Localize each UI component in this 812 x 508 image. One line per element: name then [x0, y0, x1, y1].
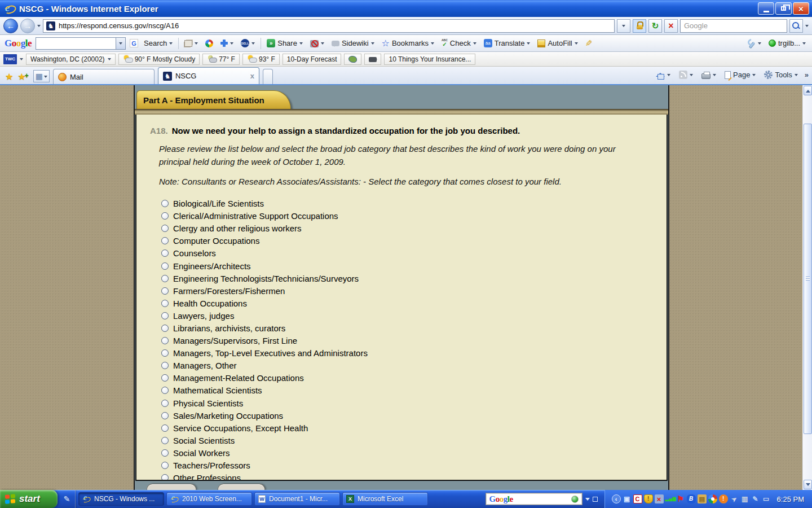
account-button[interactable]: trgilb... — [767, 38, 807, 49]
quick-tabs-button[interactable]: ▦ — [33, 70, 50, 82]
radio-option-other[interactable]: Other Professions — [161, 472, 653, 481]
radio-button[interactable] — [161, 237, 169, 244]
search-history-dropdown[interactable] — [116, 38, 125, 49]
blocked-content-button[interactable] — [308, 38, 326, 49]
radio-option-clerical[interactable]: Clerical/Administrative Support Occupati… — [161, 210, 653, 222]
toolbar-search-button[interactable]: Search — [142, 38, 174, 49]
deskbar-dropdown-icon[interactable] — [585, 498, 590, 503]
radio-option-librarians[interactable]: Librarians, archivists, curators — [161, 322, 653, 334]
radio-option-mgr-first-line[interactable]: Managers/Supervisors, First Line — [161, 335, 653, 347]
security-lock-button[interactable] — [633, 19, 646, 33]
deskbar-restore-icon[interactable] — [593, 497, 598, 502]
radio-option-eng-tech[interactable]: Engineering Technologists/Technicians/Su… — [161, 272, 653, 284]
search-go-button[interactable] — [789, 19, 803, 33]
color-swirl-icon[interactable] — [708, 494, 717, 503]
next-button-partial[interactable] — [218, 484, 265, 490]
toolbar-search-field[interactable] — [36, 37, 126, 50]
news-button[interactable] — [183, 39, 200, 48]
radio-option-engineers[interactable]: Engineers/Architects — [161, 260, 653, 272]
content-advisor-icon[interactable]: C — [633, 494, 642, 503]
minimize-button[interactable] — [758, 2, 774, 15]
tools-menu-button[interactable]: Tools — [762, 69, 799, 80]
forward-button[interactable]: → — [20, 19, 35, 33]
google-deskbar[interactable]: Google — [486, 490, 598, 508]
radio-button[interactable] — [161, 374, 169, 382]
history-dropdown-icon[interactable] — [37, 25, 41, 29]
printer-status-icon[interactable]: ▥ — [740, 494, 749, 503]
search-input[interactable] — [684, 21, 783, 30]
radio-option-farmers[interactable]: Farmers/Foresters/Fishermen — [161, 284, 653, 297]
radio-button[interactable] — [161, 462, 169, 469]
radio-option-mgr-top-level[interactable]: Managers, Top-Level Executives and Admin… — [161, 347, 653, 360]
radio-button[interactable] — [161, 362, 169, 369]
radio-option-counselors[interactable]: Counselors — [161, 247, 653, 260]
tab-close-button[interactable]: x — [250, 72, 254, 80]
radio-option-mathematical[interactable]: Mathematical Scientists — [161, 384, 653, 397]
radio-button[interactable] — [161, 449, 169, 457]
scroll-up-button[interactable] — [804, 86, 812, 95]
tab-nscg[interactable]: ♞ NSCG x — [158, 67, 259, 84]
add-gadget-button[interactable] — [219, 38, 235, 48]
search-box[interactable] — [680, 19, 787, 33]
new-tab-stub[interactable] — [263, 69, 273, 84]
sidewiki-button[interactable]: Sidewiki — [330, 38, 376, 49]
radio-button[interactable] — [161, 349, 169, 357]
radio-option-biological[interactable]: Biological/Life Scientists — [161, 198, 653, 210]
current-conditions-button[interactable]: 90° F Mostly Cloudy — [118, 54, 200, 65]
radio-button[interactable] — [161, 212, 169, 220]
video-button[interactable] — [364, 54, 381, 65]
radio-button[interactable] — [161, 424, 169, 432]
pointing-device-icon[interactable]: ➤ — [727, 493, 740, 505]
signal-strength-icon[interactable]: ▂▄▆ — [665, 494, 674, 503]
high-temp-button[interactable]: 93° F — [242, 54, 280, 65]
dell-button[interactable]: DELL — [239, 38, 257, 49]
radio-option-social-workers[interactable]: Social Workers — [161, 446, 653, 459]
low-temp-button[interactable]: 77° F — [202, 54, 240, 65]
radio-button[interactable] — [161, 200, 169, 207]
chevron-down-icon[interactable] — [20, 58, 23, 62]
toolbar-settings-button[interactable] — [745, 38, 763, 49]
radio-button[interactable] — [161, 262, 169, 270]
radio-button[interactable] — [161, 225, 169, 232]
radio-button[interactable] — [161, 337, 169, 344]
search-options-dropdown-icon[interactable] — [805, 25, 809, 29]
radio-option-mgmt-related[interactable]: Management-Related Occupations — [161, 372, 653, 384]
close-button[interactable]: × — [793, 2, 809, 15]
share-button[interactable]: » Share — [265, 38, 304, 49]
stop-button[interactable]: × — [664, 19, 678, 33]
scroll-down-button[interactable] — [804, 480, 812, 489]
vertical-scrollbar[interactable] — [802, 85, 812, 490]
radio-option-computer[interactable]: Computer Occupations — [161, 235, 653, 247]
address-field[interactable]: ♞ — [43, 19, 615, 33]
tab-mail[interactable]: Mail — [53, 69, 155, 84]
url-input[interactable] — [59, 21, 611, 30]
update-alert-icon[interactable]: ! — [719, 494, 728, 503]
radio-button[interactable] — [161, 287, 169, 295]
security-center-flag-icon[interactable]: ⚑ — [676, 494, 685, 503]
radio-button[interactable] — [161, 387, 169, 394]
taskbar-window-nscg[interactable]: NSCG - Windows ... — [78, 492, 164, 506]
display-settings-icon[interactable]: ▭ — [762, 494, 771, 503]
security-shield-icon[interactable]: ! — [644, 494, 653, 503]
pen-tool-icon[interactable]: ✎ — [751, 494, 760, 503]
radio-option-service[interactable]: Service Occupations, Except Health — [161, 422, 653, 434]
taskbar-window-excel[interactable]: X Microsoft Excel — [342, 492, 428, 506]
radio-button[interactable] — [161, 325, 169, 332]
network-disconnected-icon[interactable]: × — [655, 494, 664, 503]
remote-display-icon[interactable]: ▣ — [623, 494, 632, 503]
radio-option-mgr-other[interactable]: Managers, Other — [161, 360, 653, 372]
add-favorite-button[interactable]: ★ — [16, 69, 27, 84]
radio-option-physical[interactable]: Physical Scientists — [161, 397, 653, 409]
radio-option-health[interactable]: Health Occupations — [161, 297, 653, 309]
radio-button[interactable] — [161, 412, 169, 419]
start-button[interactable]: start — [0, 490, 58, 508]
hide-tray-icons-button[interactable]: ‹ — [612, 494, 621, 503]
deskbar-search-box[interactable]: Google — [486, 493, 582, 505]
radio-button[interactable] — [161, 300, 169, 307]
radio-button[interactable] — [161, 249, 169, 257]
news-headline-button[interactable]: 10 Things Your Insurance... — [384, 54, 475, 65]
feeds-button[interactable] — [677, 69, 695, 80]
address-dropdown-button[interactable] — [617, 19, 630, 33]
previous-button-partial[interactable] — [147, 484, 196, 490]
radio-button[interactable] — [161, 474, 169, 481]
